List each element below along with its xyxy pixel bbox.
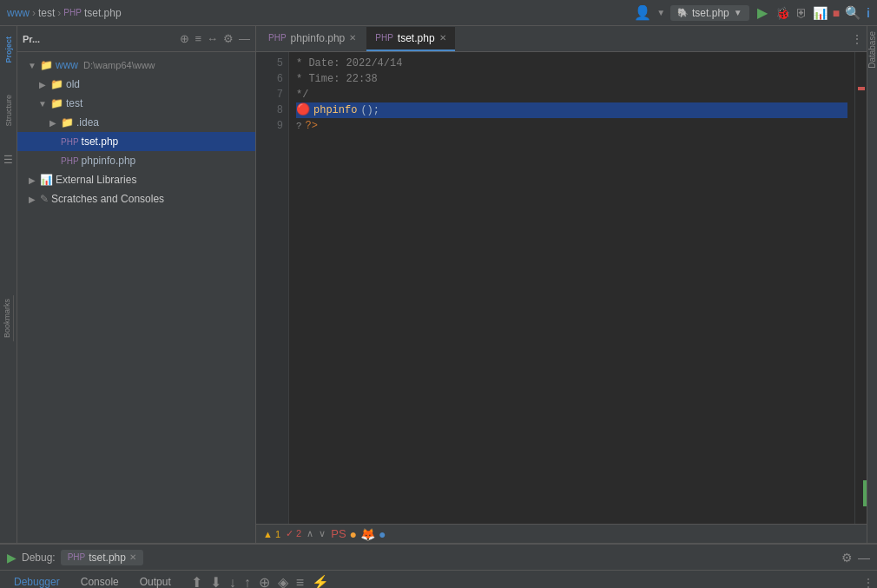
edge-icon[interactable]: ● <box>379 527 386 541</box>
tree-item-www[interactable]: ▼ 📁 www D:\wamp64\www <box>17 56 255 75</box>
tree-arrow-www: ▼ <box>27 61 37 70</box>
debug-resume-button[interactable]: ▶ <box>7 551 16 565</box>
breadcrumb-file-icon: PHP <box>63 8 82 17</box>
firefox-icon[interactable]: 🦊 <box>360 527 375 541</box>
tab-tset-label: tset.php <box>398 32 435 44</box>
tree-path-www: D:\wamp64\www <box>83 60 155 70</box>
tab-phpinfo-close[interactable]: ✕ <box>349 33 356 43</box>
code-line-7: */ <box>296 87 847 102</box>
tree-arrow-test: ▼ <box>37 99 48 109</box>
tree-label-extlibs: External Libraries <box>56 174 136 186</box>
panel-icon-minimize[interactable]: — <box>239 32 250 45</box>
tree-label-tset: tset.php <box>82 135 119 148</box>
step-out-button[interactable]: ↓ <box>227 575 239 589</box>
debug-file-php-icon: PHP <box>68 552 86 562</box>
tree-item-scratches[interactable]: ▶ ✎ Scratches and Consoles <box>17 189 255 208</box>
code-paren-8: (); <box>360 102 379 118</box>
profile-icon[interactable]: 👤 <box>634 4 651 21</box>
top-bar-right: 👤 ▼ 🐘 tset.php ▼ ▶ 🐞 ⛨ 📊 ■ 🔍 i <box>634 4 870 21</box>
debug-file-close[interactable]: ✕ <box>129 552 136 562</box>
search-icon[interactable]: 🔍 <box>845 5 861 21</box>
panel-icon-gear[interactable]: ⚙ <box>223 32 234 45</box>
line-num-9: 9 <box>256 118 283 134</box>
debug-more-button[interactable]: ⋮ <box>863 577 874 589</box>
panel-icon-arrows[interactable]: ↔ <box>207 32 218 45</box>
error-count: ✓ 2 <box>286 528 301 539</box>
code-editor[interactable]: * Date: 2022/4/14 * Time: 22:38 */ 🔴 php… <box>289 52 854 524</box>
run-button[interactable]: ▶ <box>755 4 770 21</box>
breadcrumb-test[interactable]: test <box>38 7 55 19</box>
debug-run-button[interactable]: 🐞 <box>775 6 790 20</box>
run-config-dropdown[interactable]: ▼ <box>734 8 742 17</box>
debug-minimize-icon[interactable]: — <box>858 551 870 565</box>
settings-button[interactable]: ⚡ <box>309 574 332 588</box>
ps-icon[interactable]: PS <box>331 527 346 540</box>
run-config-chip[interactable]: 🐘 tset.php ▼ <box>670 5 749 21</box>
sidebar-icon3[interactable]: ☰ <box>3 154 13 166</box>
debug-file-tab[interactable]: PHP tset.php ✕ <box>61 550 143 565</box>
dropdown-arrow-top[interactable]: ▼ <box>656 8 665 17</box>
stop-button[interactable]: ■ <box>833 6 840 20</box>
coverage-button[interactable]: ⛨ <box>795 6 808 20</box>
tree-label-old: old <box>66 78 80 90</box>
scratch-icon: ✎ <box>40 193 49 205</box>
tab-phpinfo-label: phpinfo.php <box>291 32 346 44</box>
folder-icon-old: 📁 <box>50 78 63 90</box>
tree-item-test[interactable]: ▼ 📁 test <box>17 94 255 113</box>
line-num-7: 7 <box>256 87 283 102</box>
debug-tab-console[interactable]: Console <box>70 571 129 589</box>
panel-icon-globe[interactable]: ⊕ <box>180 32 189 45</box>
evaluate-button[interactable]: ⊕ <box>256 574 273 588</box>
tab-more-button[interactable]: ⋮ <box>851 32 863 46</box>
bookmarks-label[interactable]: Bookmarks <box>3 299 11 338</box>
folder-icon-test: 📁 <box>50 97 63 109</box>
php-icon-tab-phpinfo: PHP <box>268 33 287 43</box>
code-comment-5: * Date: 2022/4/14 <box>296 56 402 71</box>
step-into-button[interactable]: ⬇ <box>208 574 224 588</box>
code-func-8: phpinfo <box>313 102 357 118</box>
tree-item-idea[interactable]: ▶ 📁 .idea <box>17 113 255 132</box>
tree-arrow-scratches: ▶ <box>27 195 37 204</box>
tree-item-extlibs[interactable]: ▶ 📊 External Libraries <box>17 170 255 189</box>
code-line-6: * Time: 22:38 <box>296 71 847 87</box>
chevron-down-icon[interactable]: ∨ <box>319 528 326 539</box>
sidebar-structure-label[interactable]: Structure <box>3 91 15 130</box>
tab-tset-close[interactable]: ✕ <box>439 33 446 43</box>
tree-label-phpinfo: phpinfo.php <box>82 155 136 167</box>
tree-item-tset[interactable]: ▶ PHP tset.php <box>17 132 255 151</box>
tab-phpinfo[interactable]: PHP phpinfo.php ✕ <box>260 27 365 51</box>
panel-icon-list[interactable]: ≡ <box>195 32 201 45</box>
chevron-up-icon[interactable]: ∧ <box>307 528 313 539</box>
bookmarks-sidebar: Bookmarks <box>0 295 14 341</box>
tab-tset[interactable]: PHP tset.php ✕ <box>366 27 454 51</box>
breadcrumb: www › test › PHP tset.php <box>7 7 122 19</box>
update-icon[interactable]: i <box>867 6 870 20</box>
tree-item-old[interactable]: ▶ 📁 old <box>17 75 255 94</box>
database-label[interactable]: Database <box>867 26 877 74</box>
line-num-5: 5 <box>256 56 283 71</box>
tree-label-scratches: Scratches and Consoles <box>51 193 164 205</box>
profile-button[interactable]: 📊 <box>813 6 828 20</box>
debug-tab-output[interactable]: Output <box>129 571 181 589</box>
top-bar: www › test › PHP tset.php 👤 ▼ 🐘 tset.php… <box>0 0 877 26</box>
code-php-close-9: ?> <box>306 118 318 134</box>
chrome-icon[interactable]: ● <box>350 527 357 541</box>
breadcrumb-sep2: › <box>57 7 61 19</box>
breadcrumb-www[interactable]: www <box>7 7 30 19</box>
run-to-cursor-button[interactable]: ↑ <box>241 575 254 589</box>
tree-arrow-old: ▶ <box>37 80 48 89</box>
memory-button[interactable]: ≡ <box>293 575 307 589</box>
debug-gear-icon[interactable]: ⚙ <box>841 551 853 565</box>
tree-item-phpinfo[interactable]: ▶ PHP phpinfo.php <box>17 151 255 170</box>
breadcrumb-sep1: › <box>32 7 36 19</box>
watches-button[interactable]: ◈ <box>275 574 291 588</box>
editor-content: 5 6 7 8 9 * Date: 2022/4/14 * Time: 22:3… <box>256 52 867 524</box>
debug-tab-debugger[interactable]: Debugger <box>3 571 70 589</box>
sidebar-project-label[interactable]: Project <box>3 33 15 67</box>
breadcrumb-file[interactable]: tset.php <box>84 7 122 19</box>
folder-icon-www: 📁 <box>40 59 53 71</box>
debug-file-label: tset.php <box>89 552 126 564</box>
step-over-button[interactable]: ⬆ <box>188 574 205 588</box>
code-line-8: 🔴 phpinfo(); <box>296 102 847 118</box>
code-comment-7: */ <box>296 87 308 102</box>
